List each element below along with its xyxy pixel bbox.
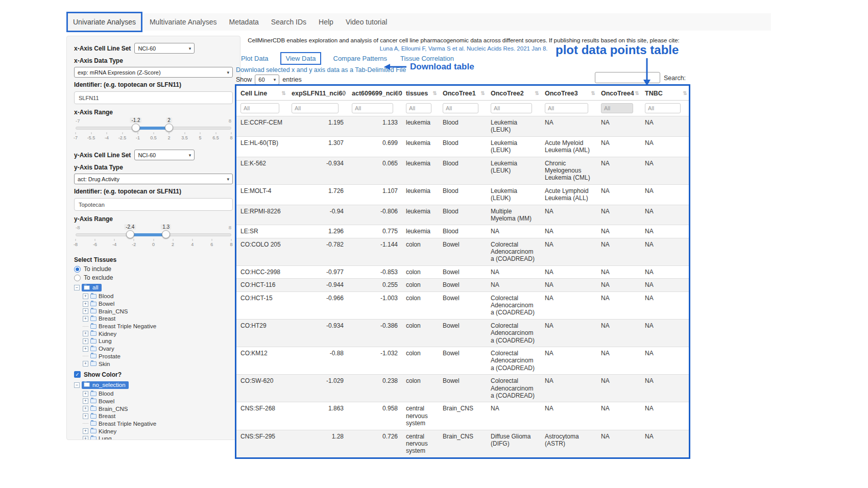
nav-tab-video-tutorial[interactable]: Video tutorial xyxy=(340,13,393,31)
table-row[interactable]: CNS:SF-2681.8630.958central nervous syst… xyxy=(236,402,689,430)
tree-item-bowel[interactable]: +Bowel xyxy=(74,398,233,405)
column-filter-tissues[interactable] xyxy=(406,103,431,113)
y-data-type-select[interactable]: act: Drug Activity ▾ xyxy=(74,174,233,184)
slider-handle-low[interactable] xyxy=(126,230,134,238)
tree-item-blood[interactable]: +Blood xyxy=(74,390,233,398)
tree-item-blood[interactable]: +Blood xyxy=(74,292,233,300)
x-range-slider[interactable]: -78-1.22-7-5.5-4-2.5-10.523.556.58 xyxy=(76,118,231,143)
tab-compare-patterns[interactable]: Compare Patterns xyxy=(333,55,388,62)
tree-root-no-selection[interactable]: no_selection xyxy=(82,381,129,389)
collapse-icon[interactable]: − xyxy=(74,382,80,388)
radio-to-include[interactable]: To include xyxy=(74,265,233,273)
expand-icon[interactable]: + xyxy=(83,346,88,352)
table-row[interactable]: CO:KM12-0.88-1.032colonBowelColorectal A… xyxy=(236,347,689,374)
expand-icon[interactable]: + xyxy=(83,308,88,314)
column-filter-oncotree3[interactable] xyxy=(545,103,588,113)
nav-tab-search-ids[interactable]: Search IDs xyxy=(265,13,312,31)
checkbox-checked-icon[interactable]: ✓ xyxy=(74,371,81,378)
sort-icon[interactable]: ⇅ xyxy=(481,90,485,96)
column-filter-oncotree4[interactable] xyxy=(601,103,633,113)
expand-icon[interactable]: + xyxy=(83,331,88,336)
column-header-tnbc[interactable]: TNBC⇅ xyxy=(641,86,689,101)
column-filter-oncotree2[interactable] xyxy=(491,103,532,113)
tree-item-lung[interactable]: +Lung xyxy=(74,435,233,440)
sort-icon[interactable]: ⇅ xyxy=(282,90,286,96)
tree-item-breast[interactable]: +Breast xyxy=(74,315,233,323)
tree-item-kidney[interactable]: +Kidney xyxy=(74,330,233,337)
radio-unselected-icon[interactable] xyxy=(74,275,81,281)
table-row[interactable]: CNS:SF-2951.280.726central nervous syste… xyxy=(236,430,689,457)
y-identifier-input[interactable] xyxy=(74,198,233,211)
nav-tab-univariate-analyses[interactable]: Univariate Analyses xyxy=(66,12,142,32)
table-row[interactable]: CO:HCC-2998-0.977-0.853colonBowelNANANAN… xyxy=(236,265,689,278)
tree-item-breast-triple-negative[interactable]: Breast Triple Negative xyxy=(74,323,233,330)
y-cell-line-set-select[interactable]: NCI-60 ▾ xyxy=(134,150,195,160)
sort-icon[interactable]: ⇅ xyxy=(433,90,437,96)
y-range-slider[interactable]: -88-2.41.3-8-6-4-202468 xyxy=(76,225,231,250)
show-color-control[interactable]: ✓ Show Color? xyxy=(74,371,233,378)
sort-icon[interactable]: ⇅ xyxy=(535,90,539,96)
column-header-oncotree4[interactable]: OncoTree4⇅ xyxy=(597,86,641,101)
nav-tab-help[interactable]: Help xyxy=(312,13,340,31)
collapse-icon[interactable]: − xyxy=(74,285,80,290)
tree-item-breast[interactable]: +Breast xyxy=(74,412,233,420)
tree-item-breast-triple-negative[interactable]: Breast Triple Negative xyxy=(74,420,233,428)
column-header-tissues[interactable]: tissues⇅ xyxy=(402,86,439,101)
entries-select[interactable]: 60 ▾ xyxy=(255,75,279,85)
tab-plot-data[interactable]: Plot Data xyxy=(241,55,268,62)
sort-icon[interactable]: ⇅ xyxy=(591,90,595,96)
table-row[interactable]: LE:HL-60(TB)1.3070.699leukemiaBloodLeuke… xyxy=(236,136,689,157)
column-header-expslfn11-nci60[interactable]: expSLFN11_nci60⇅ xyxy=(287,86,348,101)
expand-icon[interactable]: + xyxy=(83,391,88,397)
radio-selected-icon[interactable] xyxy=(74,266,81,273)
sort-icon[interactable]: ⇅ xyxy=(635,90,639,96)
column-header-oncotree2[interactable]: OncoTree2⇅ xyxy=(487,86,541,101)
column-header-cell-line[interactable]: Cell Line⇅ xyxy=(236,86,287,101)
column-header-oncotree1[interactable]: OncoTree1⇅ xyxy=(439,86,487,101)
expand-icon[interactable]: + xyxy=(83,436,88,440)
table-row[interactable]: CO:HCT-15-0.966-1.003colonBowelColorecta… xyxy=(236,291,689,319)
column-header-act609699-nci60[interactable]: act609699_nci60⇅ xyxy=(348,86,402,101)
tree-item-ovary[interactable]: +Ovary xyxy=(74,345,233,353)
download-link[interactable]: Download selected x and y axis data as a… xyxy=(236,66,406,74)
column-filter-expslfn11-nci60[interactable] xyxy=(292,103,339,113)
expand-icon[interactable]: + xyxy=(83,294,88,299)
column-header-oncotree3[interactable]: OncoTree3⇅ xyxy=(541,86,597,101)
expand-icon[interactable]: + xyxy=(83,428,88,434)
expand-icon[interactable]: + xyxy=(83,398,88,404)
tree-item-lung[interactable]: +Lung xyxy=(74,337,233,345)
slider-handle-low[interactable] xyxy=(132,124,140,132)
nav-tab-metadata[interactable]: Metadata xyxy=(223,13,264,31)
column-filter-act609699-nci60[interactable] xyxy=(352,103,393,113)
table-row[interactable]: CO:COLO 205-0.782-1.144colonBowelColorec… xyxy=(236,238,689,265)
x-cell-line-set-select[interactable]: NCI-60 ▾ xyxy=(134,43,195,54)
slider-handle-high[interactable] xyxy=(165,124,173,132)
tree-item-brain-cns[interactable]: +Brain_CNS xyxy=(74,405,233,412)
expand-icon[interactable]: + xyxy=(83,413,88,419)
expand-icon[interactable]: + xyxy=(83,301,88,307)
table-row[interactable]: LE:CCRF-CEM1.1951.133leukemiaBloodLeukem… xyxy=(236,116,689,137)
tab-tissue-correlation[interactable]: Tissue Correlation xyxy=(400,55,454,62)
expand-icon[interactable]: + xyxy=(83,316,88,322)
table-row[interactable]: LE:MOLT-41.7261.107leukemiaBloodLeukemia… xyxy=(236,184,689,205)
tree-item-prostate[interactable]: Prostate xyxy=(74,353,233,360)
sort-icon[interactable]: ⇅ xyxy=(683,90,687,96)
tab-view-data[interactable]: View Data xyxy=(280,52,321,65)
table-row[interactable]: CO:SW-620-1.0290.238colonBowelColorectal… xyxy=(236,375,689,402)
x-identifier-input[interactable] xyxy=(74,91,233,104)
table-row[interactable]: LE:K-562-0.9340.065leukemiaBloodLeukemia… xyxy=(236,157,689,184)
column-filter-tnbc[interactable] xyxy=(645,103,681,113)
column-filter-cell-line[interactable] xyxy=(240,103,279,113)
nav-tab-multivariate-analyses[interactable]: Multivariate Analyses xyxy=(143,13,223,31)
tree-item-brain-cns[interactable]: +Brain_CNS xyxy=(74,307,233,315)
expand-icon[interactable]: + xyxy=(83,406,88,411)
tree-root-all[interactable]: all xyxy=(82,284,102,291)
table-row[interactable]: CO:HCT-116-0.9440.255colonBowelNANANANA xyxy=(236,279,689,291)
tree-item-skin[interactable]: +Skin xyxy=(74,360,233,368)
tree-item-bowel[interactable]: +Bowel xyxy=(74,300,233,308)
tree-item-kidney[interactable]: +Kidney xyxy=(74,427,233,435)
x-data-type-select[interactable]: exp: mRNA Expression (Z-Score) ▾ xyxy=(74,67,233,78)
expand-icon[interactable]: + xyxy=(83,338,88,344)
table-row[interactable]: LE:RPMI-8226-0.94-0.806leukemiaBloodMult… xyxy=(236,205,689,225)
table-row[interactable]: LE:SR1.2960.775leukemiaBloodNANANANA xyxy=(236,225,689,238)
